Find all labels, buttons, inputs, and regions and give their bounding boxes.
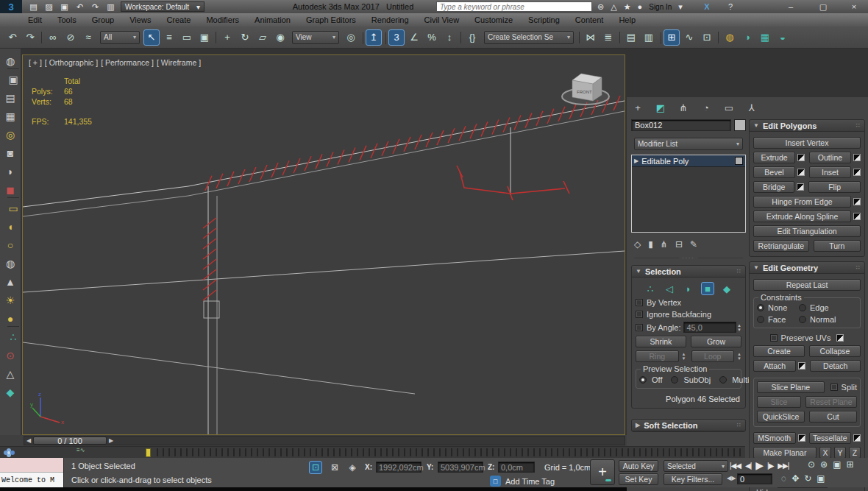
material-editor-icon[interactable]: ◍ [722,29,738,46]
select-object-icon[interactable]: ↖ [143,29,160,46]
go-to-start-icon[interactable]: |◀◀ [730,462,741,470]
loop-spinner[interactable]: ▲▼ [737,352,741,361]
planar-y-button[interactable]: Y [834,447,846,459]
time-slider-track[interactable]: ◀ 0 / 100 ▶ [24,436,625,445]
zoom-extents-icon[interactable]: ▣ [833,459,841,470]
select-and-scale-icon[interactable]: ▱ [255,29,271,46]
pan-view-icon[interactable]: ✥ [791,473,799,484]
rect-light-icon[interactable]: ▭ [5,199,21,217]
undo-icon[interactable]: ↶ [4,29,21,46]
attach-settings-icon[interactable] [798,362,805,370]
menu-edit[interactable]: Edit [28,15,42,24]
menu-graph-editors[interactable]: Graph Editors [306,15,356,24]
favorites-star-icon[interactable]: ★ [624,2,631,12]
sign-in-link[interactable]: Sign In [649,3,672,11]
render-production-icon[interactable]: ◒ [775,29,791,46]
viewport-performance-menu[interactable]: [ Performance ] [101,58,154,67]
collapse-button[interactable]: Collapse [809,345,861,357]
paste-icon[interactable]: ▥ [105,2,116,12]
repeat-last-button[interactable]: Repeat Last [753,279,861,291]
previous-frame-arrow-icon[interactable]: ◀ [24,437,33,444]
menu-content[interactable]: Content [575,15,604,24]
modifier-list-dropdown[interactable]: Modifier List▾ [634,138,743,150]
scatter-array-icon[interactable]: ∴ [5,328,21,346]
auto-key-button[interactable]: Auto Key [619,460,658,472]
set-key-button[interactable]: Set Key [619,473,658,485]
x-coordinate-field[interactable]: 1992,092cm [376,462,421,473]
constraint-none-radio[interactable] [757,304,764,311]
z-coordinate-field[interactable]: 0,0cm [498,462,535,473]
sun-light-icon[interactable]: ☀ [2,291,18,309]
cone-light-icon[interactable]: ▲ [2,272,18,291]
rect-selection-region-icon[interactable]: ▭ [179,29,195,46]
schematic-view-icon[interactable]: ⊡ [699,29,715,46]
tab-hierarchy[interactable]: ⋔ [675,100,691,115]
use-pivot-center-icon[interactable]: ◎ [343,29,359,46]
menu-views[interactable]: Views [129,15,151,24]
flip-button[interactable]: Flip [808,181,861,193]
grow-button[interactable]: Grow [691,336,741,347]
viewport-pov-menu[interactable]: [ Orthographic ] [45,58,98,67]
render-elements-icon[interactable]: ▦ [2,107,18,125]
rollout-grip-icon[interactable]: ∷ [856,122,861,129]
render-teapot-icon[interactable]: ◍ [2,52,18,70]
camera-icon[interactable]: ◙ [2,144,18,162]
search-icon[interactable]: ⊚ [597,2,604,12]
camera-frustum-icon[interactable]: △ [2,364,18,383]
video-post-icon[interactable]: ◼ [2,180,18,199]
preview-off-radio[interactable] [639,376,647,384]
current-frame-field[interactable]: 0 [737,473,772,484]
vertex-subobject-icon[interactable]: ∴ [644,282,657,295]
make-unique-icon[interactable]: ⋔ [661,239,668,250]
slice-plane-button[interactable]: Slice Plane [757,381,825,393]
align-icon[interactable]: ≣ [600,29,616,46]
bridge-settings-icon[interactable] [797,183,804,191]
pin-stack-icon[interactable]: ◇ [634,239,641,250]
select-by-name-icon[interactable]: ≡ [161,29,177,46]
extrude-button[interactable]: Extrude [753,152,795,163]
spinner-snap-icon[interactable]: ↕ [441,29,458,46]
redo-icon[interactable]: ↷ [22,29,38,46]
percent-snap-icon[interactable]: % [424,29,440,46]
remove-modifier-icon[interactable]: ⊟ [675,239,683,250]
tab-utilities[interactable]: ⅄ [744,100,760,115]
menu-animation[interactable]: Animation [255,15,291,24]
tab-modify[interactable]: ◩ [652,100,669,115]
save-file-icon[interactable]: ▣ [59,2,70,12]
maximize-viewport-icon[interactable]: ▣ [817,473,825,484]
selection-filter-dropdown[interactable]: All▾ [100,31,140,44]
cut-button[interactable]: Cut [809,411,857,423]
constraint-edge-radio[interactable] [799,304,806,311]
minimize-button[interactable]: – [781,0,800,13]
workspace-dropdown[interactable]: Workspace: Default▾ [121,1,204,12]
element-subobject-icon[interactable]: ◆ [720,282,733,295]
viewport-shading-menu[interactable]: [ Wireframe ] [157,58,201,67]
edge-subobject-icon[interactable]: ◁ [663,282,676,295]
unlink-selection-icon[interactable]: ⊘ [63,29,79,46]
new-file-icon[interactable]: ▤ [28,2,39,12]
render-presets-icon[interactable]: ▤ [2,88,18,107]
extrude-along-spline-button[interactable]: Extrude Along Spline [753,211,851,222]
previous-frame-icon[interactable]: ◀| [745,462,751,470]
ignore-backfacing-checkbox[interactable] [636,311,643,318]
edit-polygons-rollout-header[interactable]: ▼ Edit Polygons ∷ [750,120,864,132]
listener-field[interactable]: Welcome to M [0,473,63,487]
by-angle-checkbox[interactable] [636,324,643,331]
menu-group[interactable]: Group [92,15,115,24]
configure-modifier-sets-icon[interactable]: ✎ [690,239,697,250]
curve-editor-icon[interactable]: ∿ [681,29,697,46]
expand-arrow-icon[interactable]: ▶ [634,158,638,164]
rendered-frame-window-icon[interactable]: ▣ [5,70,21,88]
attach-button[interactable]: Attach [753,360,796,372]
dome-light-icon[interactable]: ◖ [2,217,18,236]
create-button[interactable]: Create [753,345,805,357]
redo-quick-icon[interactable]: ↷ [90,2,101,12]
set-keys-button[interactable]: + [590,459,615,485]
disc-light-icon[interactable]: ○ [2,236,18,254]
reset-plane-button[interactable]: Reset Plane [805,396,857,408]
show-end-result-icon[interactable]: ▮ [648,239,653,250]
tab-motion[interactable]: ◔ [698,100,714,115]
light-lister-icon[interactable]: ◎ [2,125,18,144]
msmooth-button[interactable]: MSmooth [753,432,796,444]
zoom-extents-all-icon[interactable]: ⊞ [846,459,853,470]
